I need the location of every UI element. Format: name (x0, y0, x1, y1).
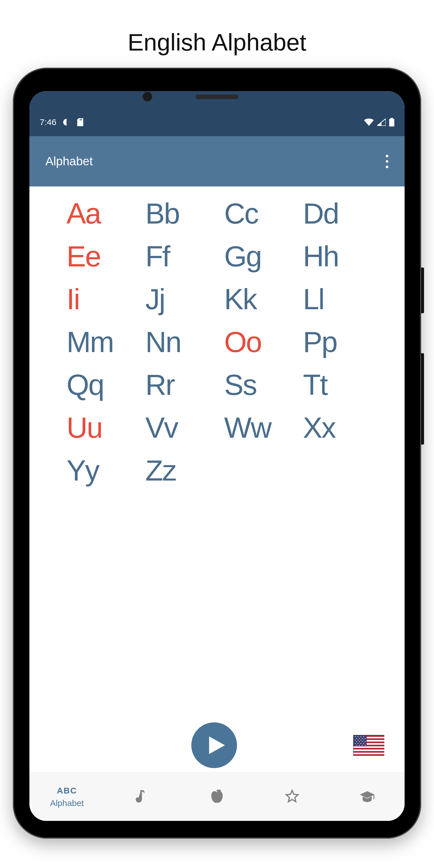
apple-icon (210, 789, 224, 805)
letter-v[interactable]: Vv (145, 406, 224, 449)
status-left: 7:46 (40, 117, 84, 127)
dot-icon (386, 155, 388, 157)
play-button[interactable] (191, 722, 237, 768)
battery-icon (389, 118, 394, 126)
svg-point-21 (354, 740, 355, 740)
svg-point-35 (362, 745, 363, 745)
svg-point-18 (359, 738, 360, 739)
bottom-controls (29, 718, 399, 772)
phone-side-button (421, 268, 424, 313)
graduation-cap-icon (359, 790, 375, 804)
phone-speaker (195, 94, 239, 99)
letter-i[interactable]: Ii (66, 278, 145, 321)
letter-b[interactable]: Bb (145, 192, 224, 235)
letter-r[interactable]: Rr (145, 364, 224, 406)
svg-point-14 (358, 736, 358, 737)
letter-q[interactable]: Qq (66, 364, 145, 406)
svg-rect-3 (391, 118, 393, 119)
letter-y[interactable]: Yy (66, 449, 145, 492)
svg-rect-1 (82, 119, 82, 121)
nav-learn[interactable] (330, 773, 405, 821)
nav-food[interactable] (180, 773, 255, 821)
svg-point-20 (365, 738, 366, 739)
svg-point-17 (356, 738, 357, 739)
svg-point-31 (360, 743, 361, 744)
letter-l[interactable]: Ll (303, 278, 382, 321)
letter-c[interactable]: Cc (224, 192, 303, 235)
svg-rect-2 (80, 119, 81, 121)
letter-w[interactable]: Ww (224, 406, 303, 449)
phone-frame: 7:46 (13, 68, 421, 839)
letter-o[interactable]: Oo (224, 321, 303, 364)
svg-rect-10 (353, 749, 384, 751)
letter-k[interactable]: Kk (224, 278, 303, 321)
do-not-disturb-icon (63, 118, 70, 126)
svg-point-26 (359, 741, 360, 742)
svg-rect-38 (141, 790, 142, 801)
svg-point-15 (360, 736, 361, 737)
flag-us-button[interactable] (353, 735, 384, 755)
svg-point-39 (216, 789, 221, 792)
svg-point-28 (365, 741, 366, 742)
letter-d[interactable]: Dd (303, 192, 382, 235)
letter-n[interactable]: Nn (145, 321, 224, 364)
svg-point-22 (358, 740, 358, 740)
svg-point-13 (354, 736, 355, 737)
svg-rect-40 (373, 795, 374, 799)
svg-point-30 (358, 743, 358, 744)
svg-rect-4 (389, 119, 394, 126)
svg-point-33 (356, 745, 357, 745)
svg-point-36 (365, 745, 366, 745)
nav-favorites[interactable] (254, 773, 330, 821)
play-icon (206, 735, 227, 756)
svg-rect-11 (353, 753, 384, 754)
status-right (364, 118, 394, 126)
more-options-button[interactable] (379, 154, 394, 169)
svg-rect-9 (353, 746, 384, 748)
svg-point-24 (363, 740, 364, 740)
svg-point-34 (359, 745, 360, 745)
bottom-nav: ABC Alphabet (29, 772, 405, 821)
dot-icon (386, 160, 388, 163)
svg-point-25 (356, 741, 357, 742)
svg-point-16 (363, 736, 364, 737)
dot-icon (386, 165, 388, 168)
abc-icon: ABC (57, 786, 77, 796)
letter-g[interactable]: Gg (224, 235, 303, 278)
page-title: English Alphabet (128, 29, 306, 56)
letter-u[interactable]: Uu (66, 406, 145, 449)
nav-alphabet[interactable]: ABC Alphabet (29, 773, 104, 821)
letter-h[interactable]: Hh (303, 235, 382, 278)
wifi-icon (364, 119, 374, 126)
main-content: AaBbCcDdEeFfGgHhIiJjKkLlMmNnOoPpQqRrSsTt… (29, 186, 405, 772)
svg-point-19 (362, 738, 363, 739)
svg-point-27 (362, 741, 363, 742)
phone-screen: 7:46 (29, 91, 405, 821)
app-bar-title: Alphabet (45, 154, 93, 168)
letter-s[interactable]: Ss (224, 364, 303, 406)
letter-x[interactable]: Xx (303, 406, 382, 449)
letter-t[interactable]: Tt (303, 364, 382, 406)
alphabet-grid: AaBbCcDdEeFfGgHhIiJjKkLlMmNnOoPpQqRrSsTt… (66, 192, 399, 492)
nav-label: Alphabet (50, 798, 84, 808)
music-note-icon (135, 789, 148, 805)
us-flag-icon (353, 735, 384, 756)
letter-f[interactable]: Ff (145, 235, 224, 278)
app-bar: Alphabet (29, 136, 405, 186)
phone-camera (143, 92, 152, 101)
letter-j[interactable]: Jj (145, 278, 224, 321)
letter-a[interactable]: Aa (66, 192, 145, 235)
nav-music[interactable] (104, 773, 180, 821)
svg-point-32 (363, 743, 364, 744)
signal-icon (377, 119, 386, 126)
letter-z[interactable]: Zz (145, 449, 224, 492)
phone-side-button (421, 353, 424, 444)
letter-m[interactable]: Mm (66, 321, 145, 364)
letter-p[interactable]: Pp (303, 321, 382, 364)
svg-point-29 (354, 743, 355, 744)
star-icon (285, 789, 299, 805)
sd-card-icon (77, 118, 84, 126)
svg-point-23 (360, 740, 361, 740)
status-time: 7:46 (40, 117, 56, 127)
letter-e[interactable]: Ee (66, 235, 145, 278)
